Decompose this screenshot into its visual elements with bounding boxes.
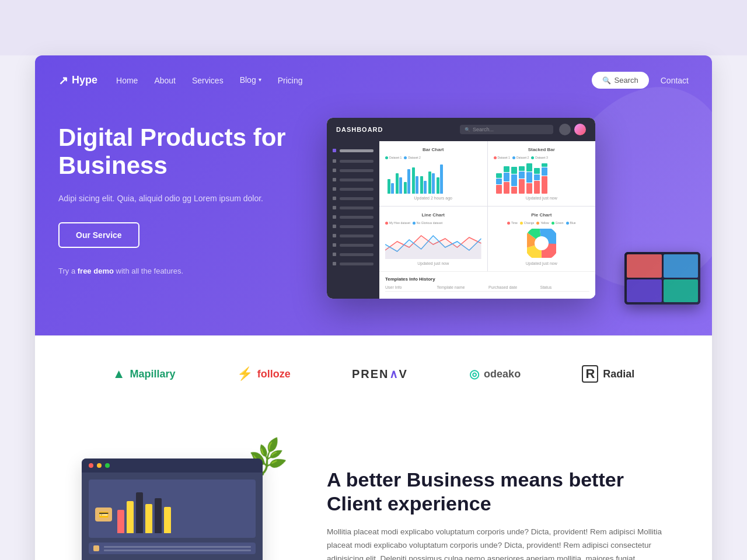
- nav-about[interactable]: About: [154, 76, 176, 85]
- sidebar-item-dashboard[interactable]: [327, 146, 379, 155]
- business-description: Mollitia placeat modi explicabo voluptat…: [327, 526, 665, 560]
- stacked-chart-visual: [494, 162, 590, 194]
- pie-chart-title: Pie Chart: [494, 212, 590, 218]
- sidebar-item-invoice[interactable]: [327, 166, 379, 175]
- sidebar-item-pricing[interactable]: [327, 194, 379, 203]
- browser-bar: [82, 459, 263, 473]
- dashboard-sidebar: [327, 141, 379, 299]
- bar-chart-updated: Updated 2 hours ago: [385, 196, 481, 200]
- browser-chart-area: 💳: [89, 480, 256, 538]
- money-icon: 💳: [93, 495, 114, 533]
- col-user-info: User Info: [385, 285, 435, 289]
- biz-bar-4: [145, 504, 152, 533]
- hero-title: Digital Products for Business: [58, 124, 303, 180]
- pie-chart-legend: Time Change Yellow Green Blue: [494, 221, 590, 225]
- odeako-name: odeako: [484, 368, 521, 380]
- odeako-icon: ◎: [469, 367, 479, 381]
- business-text-block: A better Business means better Client ex…: [327, 468, 665, 560]
- sidebar-item-mailbox[interactable]: [327, 231, 379, 240]
- bar-chart-cell: Bar Chart Dataset 1 Dataset 2: [379, 141, 487, 206]
- row-indicator: [93, 545, 99, 551]
- table-preview: Templates Info History User Info Templat…: [379, 271, 595, 299]
- dashboard-card: DASHBOARD 🔍 Search...: [327, 118, 595, 299]
- sidebar-item-events[interactable]: [327, 222, 379, 231]
- sidebar-item-people[interactable]: [327, 184, 379, 194]
- hero-text: Digital Products for Business Adipi sici…: [58, 112, 303, 275]
- sidebar-item-elements[interactable]: [327, 156, 379, 166]
- avatar[interactable]: [574, 124, 586, 135]
- dashboard-title: DASHBOARD: [336, 126, 383, 133]
- biz-bar-3: [136, 492, 143, 533]
- nav-right: 🔍 Search Contact: [592, 72, 689, 89]
- row-lines: [104, 546, 251, 551]
- stacked-chart-legend: Dataset 1 Dataset 2 Dataset 3: [494, 156, 590, 159]
- line-chart-updated: Updated just now: [385, 261, 481, 265]
- radial-icon: R: [582, 365, 598, 383]
- nav-contact[interactable]: Contact: [661, 76, 689, 85]
- table-title: Templates Info History: [385, 276, 589, 282]
- nav-services[interactable]: Services: [192, 76, 224, 85]
- sidebar-item-search[interactable]: [327, 240, 379, 250]
- search-icon: 🔍: [602, 76, 611, 85]
- top-background: [0, 0, 747, 55]
- hero-demo-text: Try a free demo with all the features.: [58, 267, 303, 275]
- brand-folloze: ⚡ folloze: [237, 366, 291, 382]
- sidebar-item-more[interactable]: [327, 250, 379, 259]
- biz-bar-1: [117, 510, 124, 533]
- logo-icon: ↗: [58, 74, 68, 88]
- svg-point-5: [535, 236, 549, 250]
- hero-content: Digital Products for Business Adipi sici…: [35, 100, 712, 334]
- dashboard-body: Bar Chart Dataset 1 Dataset 2: [327, 141, 595, 299]
- nav-links: Home About Services Blog ▾ Pricing: [116, 75, 573, 86]
- pie-chart-visual: [494, 227, 590, 259]
- nav-pricing[interactable]: Pricing: [278, 76, 303, 85]
- sidebar-item-templates[interactable]: [327, 175, 379, 184]
- biz-bar-6: [164, 507, 171, 533]
- nav-blog[interactable]: Blog ▾: [240, 75, 261, 85]
- biz-bar-chart: [117, 492, 251, 533]
- bar-chart-visual: [385, 162, 481, 194]
- window-close-dot: [89, 463, 93, 468]
- stacked-chart-cell: Stacked Bar Dataset 1 Dataset 2 Dataset …: [488, 141, 596, 206]
- folloze-icon: ⚡: [237, 366, 253, 382]
- dashboard-search-bar[interactable]: 🔍 Search...: [460, 125, 553, 134]
- line-chart-title: Line Chart: [385, 212, 481, 218]
- charts-grid: Bar Chart Dataset 1 Dataset 2: [379, 141, 595, 271]
- sidebar-item-content[interactable]: [327, 203, 379, 212]
- chevron-down-icon: ▾: [259, 76, 261, 83]
- stacked-chart-title: Stacked Bar: [494, 147, 590, 152]
- brand-mapillary: ▲ Mapillary: [113, 366, 176, 382]
- sidebar-item-faqs[interactable]: [327, 212, 379, 222]
- col-template-name: Template name: [437, 285, 487, 289]
- pie-chart-updated: Updated just now: [494, 261, 590, 265]
- bar-chart-title: Bar Chart: [385, 147, 481, 152]
- sidebar-item-checklist[interactable]: [327, 259, 379, 268]
- laptop-screen: [624, 252, 700, 304]
- main-card: ↗ Hype Home About Services Blog ▾ Pricin…: [35, 55, 712, 560]
- mapillary-icon: ▲: [113, 366, 125, 382]
- business-section: 🌿 🌿 💳: [35, 412, 712, 560]
- search-icon-small: 🔍: [465, 127, 470, 132]
- browser-content: 💳: [82, 473, 263, 560]
- line-chart-visual: [385, 227, 481, 259]
- brands-section: ▲ Mapillary ⚡ folloze PREN∧V ◎ odeako R …: [35, 335, 712, 412]
- search-button[interactable]: 🔍 Search: [592, 72, 649, 89]
- dashboard-header-icons: [559, 124, 586, 135]
- page-wrapper: ↗ Hype Home About Services Blog ▾ Pricin…: [0, 0, 747, 560]
- line-chart-cell: Line Chart My Hive dataset No Glorious d…: [379, 206, 487, 271]
- logo-text: Hype: [72, 74, 97, 86]
- nav-home[interactable]: Home: [116, 76, 138, 85]
- notification-icon[interactable]: [559, 124, 571, 135]
- main-navigation: ↗ Hype Home About Services Blog ▾ Pricin…: [35, 55, 712, 100]
- search-placeholder: Search...: [473, 127, 494, 132]
- col-status: Status: [540, 285, 590, 289]
- dashboard-header: DASHBOARD 🔍 Search...: [327, 118, 595, 141]
- laptop-overlay: [624, 252, 700, 304]
- our-service-button[interactable]: Our Service: [58, 222, 139, 248]
- brand-prenav: PREN∧V: [352, 367, 408, 381]
- radial-name: Radial: [603, 368, 634, 380]
- mapillary-name: Mapillary: [130, 368, 175, 380]
- browser-row-area: [89, 542, 256, 554]
- browser-mockup: 💳: [82, 459, 263, 560]
- logo-link[interactable]: ↗ Hype: [58, 74, 97, 88]
